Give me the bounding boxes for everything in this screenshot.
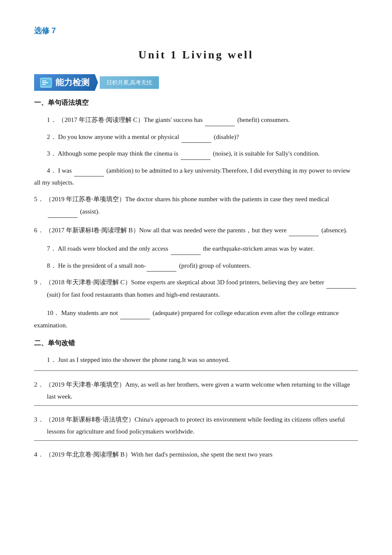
q8-hint: (profit) group of volunteers. <box>177 262 251 269</box>
svg-rect-2 <box>42 82 48 83</box>
answer-line-2 <box>34 405 358 406</box>
cq3-num: 3． <box>34 416 44 423</box>
q8-text: He is the president of a small non- <box>58 262 146 269</box>
part2-header: 二、单句改错 <box>34 339 358 348</box>
correction-q2: 2． （2019 年天津卷·单项填空）Amy, as well as her b… <box>34 379 358 403</box>
correction-q3: 3． （2018 年新课标Ⅱ卷·语法填空）China's approach to… <box>34 413 358 438</box>
unit-title: Unit 1 Living well <box>34 49 358 61</box>
q1-num: 1． <box>47 116 57 123</box>
part2: 二、单句改错 1． Just as I stepped into the sho… <box>34 339 358 460</box>
cq1-text: Just as I stepped into the shower the ph… <box>58 356 229 363</box>
q1-blank <box>205 113 235 126</box>
correction-q1: 1． Just as I stepped into the shower the… <box>34 354 358 366</box>
question-1: 1． （2017 年江苏卷·阅读理解 C）The giants' success… <box>34 113 358 126</box>
answer-line-1 <box>34 370 358 371</box>
q10-num: 10． <box>47 309 60 316</box>
question-4: 4． I was (ambition) to be admitted to a … <box>34 164 358 189</box>
q9-hint: (suit) for fast food restaurants than ho… <box>47 291 220 298</box>
cq2-text: （2019 年天津卷·单项填空）Amy, as well as her brot… <box>45 381 350 400</box>
q6-hint: (absence). <box>320 227 347 234</box>
q3-num: 3． <box>47 150 57 157</box>
banner-icon <box>40 78 52 88</box>
question-3: 3． Although some people may think the ci… <box>34 147 358 160</box>
q10-text: Many students are not <box>61 309 120 316</box>
q6-num: 6． <box>34 227 44 234</box>
banner-title: 能力检测 <box>34 74 98 91</box>
q4-text: I was <box>58 167 73 174</box>
q9-blank <box>326 276 356 289</box>
svg-rect-1 <box>42 81 46 81</box>
cq1-num: 1． <box>47 356 57 363</box>
cq4-text: （2019 年北京卷·阅读理解 B）With her dad's permiss… <box>45 451 272 458</box>
q7-num: 7． <box>47 245 57 252</box>
q3-hint: (noise), it is suitable for Sally's cond… <box>211 150 320 157</box>
question-7: 7． All roads were blocked and the only a… <box>34 242 358 255</box>
q1-prefix: （2017 年江苏卷·阅读理解 C）The giants' success ha… <box>58 116 204 123</box>
q7-suffix: the earthquake‑stricken areas was by wat… <box>202 245 314 252</box>
section-label: 选修 7 <box>34 26 358 36</box>
banner-subtitle: 日积月累,高考无忧 <box>100 76 159 89</box>
question-10: 10． Many students are not (adequate) pre… <box>34 306 358 331</box>
q7-blank <box>171 242 201 255</box>
q6-blank <box>289 224 319 237</box>
part1-header: 一、单句语法填空 <box>34 98 358 107</box>
q9-num: 9． <box>34 279 44 286</box>
question-6: 6． （2017 年新课标Ⅰ卷·阅读理解 B）Now all that was … <box>34 224 358 237</box>
q5-text: （2019 年江苏卷·单项填空）The doctor shares his ph… <box>45 196 329 202</box>
q10-blank <box>120 306 150 319</box>
q2-text: Do you know anyone with a mental or phys… <box>58 133 181 140</box>
correction-q4: 4． （2019 年北京卷·阅读理解 B）With her dad's perm… <box>34 448 358 461</box>
question-9: 9． （2018 年天津卷·阅读理解 C）Some experts are sk… <box>34 276 358 301</box>
q6-text: （2017 年新课标Ⅰ卷·阅读理解 B）Now all that was nee… <box>45 227 288 234</box>
q8-num: 8． <box>47 262 57 269</box>
banner-title-text: 能力检测 <box>55 77 89 88</box>
q5-blank <box>48 205 78 218</box>
q2-hint: (disable)? <box>212 133 239 140</box>
cq2-num: 2． <box>34 381 44 388</box>
q5-num: 5． <box>34 196 44 202</box>
cq3-text: （2018 年新课标Ⅱ卷·语法填空）China's approach to pr… <box>45 416 345 435</box>
question-8: 8． He is the president of a small non- (… <box>34 259 358 272</box>
q8-blank <box>147 259 176 272</box>
banner: 能力检测 日积月累,高考无忧 <box>34 74 358 91</box>
cq4-num: 4． <box>34 451 44 458</box>
q5-hint: (assist). <box>78 208 100 215</box>
svg-rect-3 <box>42 84 46 85</box>
q2-blank <box>182 130 211 143</box>
q9-text: （2018 年天津卷·阅读理解 C）Some experts are skept… <box>45 279 326 286</box>
q4-num: 4． <box>47 167 57 174</box>
question-2: 2． Do you know anyone with a mental or p… <box>34 130 358 143</box>
q3-blank <box>181 147 210 160</box>
q4-blank <box>74 164 104 177</box>
q1-hint: (benefit) consumers. <box>236 116 290 123</box>
answer-line-3 <box>34 440 358 441</box>
q7-text: All roads were blocked and the only acce… <box>58 245 170 252</box>
q2-num: 2． <box>47 133 57 140</box>
question-5: 5． （2019 年江苏卷·单项填空）The doctor shares his… <box>34 193 358 218</box>
q3-text: Although some people may think the cinem… <box>58 150 180 157</box>
